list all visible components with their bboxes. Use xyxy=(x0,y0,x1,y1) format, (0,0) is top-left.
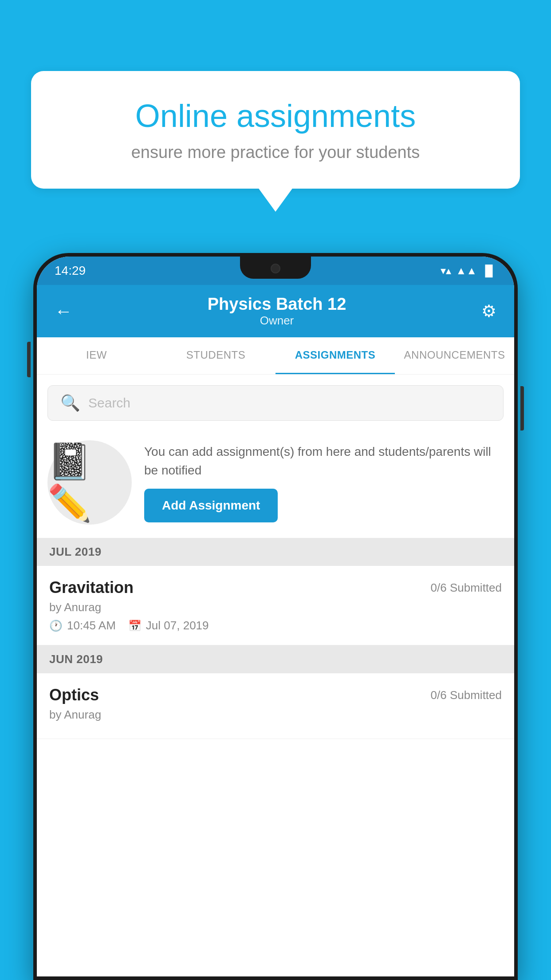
app-header: ← Physics Batch 12 Owner ⚙ xyxy=(37,285,514,337)
phone-power-button xyxy=(520,386,524,431)
wifi-icon: ▾▴ xyxy=(441,265,451,277)
assignment-time: 10:45 AM xyxy=(67,619,116,632)
content-area: 🔍 Search 📓✏️ You can add assignment(s) f… xyxy=(37,375,514,976)
promo-text-block: You can add assignment(s) from here and … xyxy=(144,443,504,522)
battery-icon: ▐▌ xyxy=(481,265,496,277)
assignment-gravitation[interactable]: Gravitation 0/6 Submitted by Anurag 🕐 10… xyxy=(37,566,514,645)
back-button[interactable]: ← xyxy=(55,301,72,321)
promo-block: 📓✏️ You can add assignment(s) from here … xyxy=(37,431,514,538)
assignment-by: by Anurag xyxy=(49,601,502,614)
search-bar[interactable]: 🔍 Search xyxy=(47,385,504,421)
speech-bubble-container: Online assignments ensure more practice … xyxy=(31,71,520,189)
tab-iew[interactable]: IEW xyxy=(37,337,156,374)
notebook-icon: 📓✏️ xyxy=(47,441,132,524)
status-bar: 14:29 ▾▴ ▲▲ ▐▌ xyxy=(37,257,514,285)
status-icons: ▾▴ ▲▲ ▐▌ xyxy=(441,265,496,277)
tabs-bar: IEW STUDENTS ASSIGNMENTS ANNOUNCEMENTS xyxy=(37,337,514,375)
assignment-meta: 🕐 10:45 AM 📅 Jul 07, 2019 xyxy=(49,619,502,632)
speech-bubble: Online assignments ensure more practice … xyxy=(31,71,520,189)
assignment-name-optics: Optics xyxy=(49,686,99,704)
assignment-row1: Gravitation 0/6 Submitted xyxy=(49,578,502,597)
assignment-optics[interactable]: Optics 0/6 Submitted by Anurag xyxy=(37,673,514,739)
batch-role: Owner xyxy=(208,314,346,328)
camera xyxy=(271,264,280,273)
header-title-block: Physics Batch 12 Owner xyxy=(208,295,346,328)
assignment-by-optics: by Anurag xyxy=(49,708,502,722)
batch-title: Physics Batch 12 xyxy=(208,295,346,314)
tab-announcements[interactable]: ANNOUNCEMENTS xyxy=(395,337,514,374)
promo-icon-circle: 📓✏️ xyxy=(47,440,132,525)
phone-frame: 14:29 ▾▴ ▲▲ ▐▌ ← Physics Batch 12 Owner … xyxy=(33,253,518,980)
speech-bubble-subtitle: ensure more practice for your students xyxy=(62,143,489,162)
tab-students[interactable]: STUDENTS xyxy=(156,337,276,374)
search-icon: 🔍 xyxy=(60,394,80,412)
assignment-submitted: 0/6 Submitted xyxy=(431,581,502,595)
settings-icon[interactable]: ⚙ xyxy=(481,301,496,321)
search-placeholder: Search xyxy=(88,395,130,411)
section-header-jul: JUL 2019 xyxy=(37,538,514,566)
meta-date: 📅 Jul 07, 2019 xyxy=(128,619,209,632)
speech-bubble-title: Online assignments xyxy=(62,98,489,134)
clock-icon: 🕐 xyxy=(49,620,63,632)
signal-icon: ▲▲ xyxy=(456,265,477,277)
section-header-jun: JUN 2019 xyxy=(37,645,514,673)
add-assignment-button[interactable]: Add Assignment xyxy=(144,489,278,522)
assignment-row1-optics: Optics 0/6 Submitted xyxy=(49,686,502,704)
phone-volume-button xyxy=(27,342,31,377)
assignment-name: Gravitation xyxy=(49,578,134,597)
tab-assignments[interactable]: ASSIGNMENTS xyxy=(276,337,395,374)
assignment-date: Jul 07, 2019 xyxy=(146,619,209,632)
notch xyxy=(240,257,311,279)
status-time: 14:29 xyxy=(55,264,86,278)
meta-time: 🕐 10:45 AM xyxy=(49,619,116,632)
assignment-submitted-optics: 0/6 Submitted xyxy=(431,688,502,702)
calendar-icon: 📅 xyxy=(128,620,142,632)
promo-description: You can add assignment(s) from here and … xyxy=(144,443,504,480)
phone-screen: 14:29 ▾▴ ▲▲ ▐▌ ← Physics Batch 12 Owner … xyxy=(37,257,514,976)
